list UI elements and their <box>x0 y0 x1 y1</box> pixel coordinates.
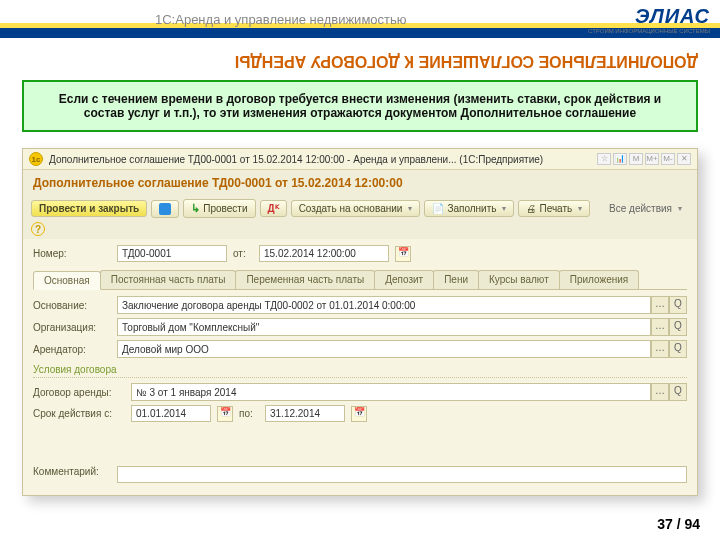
open-icon[interactable]: Q <box>669 340 687 358</box>
form-body: Номер: от: 📅 Основная Постоянная часть п… <box>23 239 697 495</box>
org-input[interactable] <box>117 318 651 336</box>
tab-rates[interactable]: Курсы валют <box>478 270 560 289</box>
app-icon: 1c <box>29 152 43 166</box>
tab-peni[interactable]: Пени <box>433 270 479 289</box>
comment-label: Комментарий: <box>33 466 111 477</box>
number-label: Номер: <box>33 248 111 259</box>
date-from-input[interactable] <box>131 405 211 422</box>
window-title: Дополнительное соглашение ТД00-0001 от 1… <box>49 154 597 165</box>
toolbar: Провести и закрыть ↳Провести Дᴷ Создать … <box>23 196 697 239</box>
tab-var[interactable]: Переменная часть платы <box>235 270 375 289</box>
basis-input[interactable] <box>117 296 651 314</box>
basis-label: Основание: <box>33 300 111 311</box>
tenant-label: Арендатор: <box>33 344 111 355</box>
fill-button[interactable]: 📄Заполнить <box>424 200 514 217</box>
date-input[interactable] <box>259 245 389 262</box>
doc-title: Дополнительное соглашение ТД00-0001 от 1… <box>23 170 697 196</box>
dek-button[interactable]: Дᴷ <box>260 200 287 217</box>
print-button[interactable]: 🖨Печать <box>518 200 590 217</box>
ellipsis-icon[interactable]: … <box>651 383 669 401</box>
post-icon: ↳ <box>191 202 200 215</box>
to-label: по: <box>239 408 259 419</box>
calc-icon[interactable]: 📊 <box>613 153 627 165</box>
date-to-input[interactable] <box>265 405 345 422</box>
tab-attach[interactable]: Приложения <box>559 270 640 289</box>
validity-label: Срок действия с: <box>33 408 125 419</box>
number-input[interactable] <box>117 245 227 262</box>
page-number: 37 / 94 <box>657 516 700 532</box>
fav-icon[interactable]: ☆ <box>597 153 611 165</box>
print-icon: 🖨 <box>526 203 536 214</box>
intro-text: Если с течением времени в договор требуе… <box>22 80 698 132</box>
m-minus-icon[interactable]: M- <box>661 153 675 165</box>
m-icon[interactable]: M <box>629 153 643 165</box>
slide-title: ДОПОЛНИТЕЛЬНОЕ СОГЛАШЕНИЕ К ДОГОВОРУ АРЕ… <box>22 52 698 70</box>
post-button[interactable]: ↳Провести <box>183 199 255 218</box>
tab-deposit[interactable]: Депозит <box>374 270 434 289</box>
window-titlebar: 1c Дополнительное соглашение ТД00-0001 о… <box>23 149 697 170</box>
app-subtitle: 1С:Аренда и управление недвижимостью <box>155 12 407 27</box>
tab-const[interactable]: Постоянная часть платы <box>100 270 237 289</box>
open-icon[interactable]: Q <box>669 383 687 401</box>
logo: ЭЛИАС СТРОИМ ИНФОРМАЦИОННЫЕ СИСТЕМЫ <box>588 5 710 34</box>
help-icon[interactable]: ? <box>31 222 45 236</box>
dek-icon: Дᴷ <box>268 203 279 214</box>
slide-header: 1С:Аренда и управление недвижимостью ЭЛИ… <box>0 0 720 38</box>
ellipsis-icon[interactable]: … <box>651 318 669 336</box>
post-close-button[interactable]: Провести и закрыть <box>31 200 147 217</box>
m-plus-icon[interactable]: M+ <box>645 153 659 165</box>
open-icon[interactable]: Q <box>669 318 687 336</box>
contract-input[interactable] <box>131 383 651 401</box>
calendar-icon[interactable]: 📅 <box>217 406 233 422</box>
calendar-icon[interactable]: 📅 <box>351 406 367 422</box>
contract-label: Договор аренды: <box>33 387 125 398</box>
ellipsis-icon[interactable]: … <box>651 296 669 314</box>
org-label: Организация: <box>33 322 111 333</box>
window-tools: ☆ 📊 M M+ M- ✕ <box>597 153 691 165</box>
open-icon[interactable]: Q <box>669 296 687 314</box>
tab-main[interactable]: Основная <box>33 271 101 290</box>
save-button[interactable] <box>151 200 179 218</box>
all-actions-button[interactable]: Все действия <box>602 201 689 216</box>
ellipsis-icon[interactable]: … <box>651 340 669 358</box>
close-icon[interactable]: ✕ <box>677 153 691 165</box>
app-window: 1c Дополнительное соглашение ТД00-0001 о… <box>22 148 698 496</box>
tabs: Основная Постоянная часть платы Переменн… <box>33 270 687 290</box>
calendar-icon[interactable]: 📅 <box>395 246 411 262</box>
save-icon <box>159 203 171 215</box>
from-label: от: <box>233 248 253 259</box>
create-based-button[interactable]: Создать на основании <box>291 200 421 217</box>
section-contract-terms: Условия договора <box>33 360 687 378</box>
tenant-input[interactable] <box>117 340 651 358</box>
comment-input[interactable] <box>117 466 687 483</box>
